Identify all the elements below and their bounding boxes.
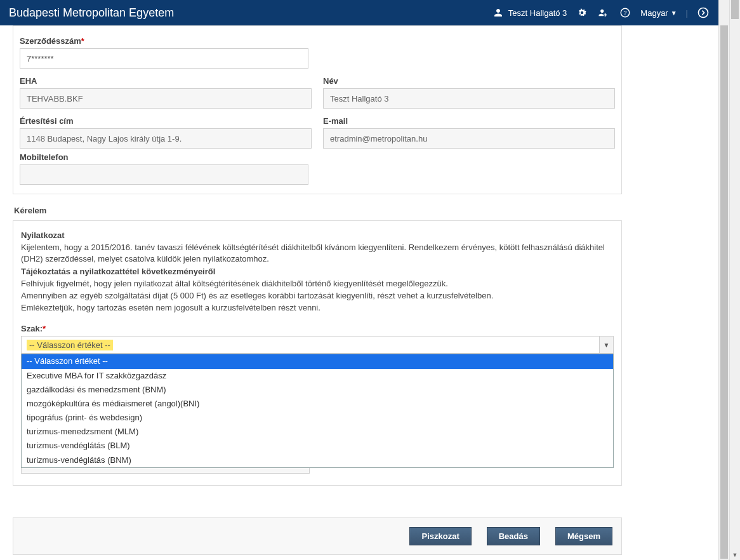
szak-option[interactable]: -- Válasszon értéket -- [22, 354, 613, 368]
switch-user-icon[interactable] [597, 6, 610, 19]
help-icon[interactable]: ? [619, 6, 631, 19]
personal-info-panel: Szerződésszám* EHA TEHVABB.BKF Név Teszt… [13, 25, 622, 194]
szak-option[interactable]: tipográfus (print- és webdesign) [22, 411, 613, 425]
cancel-button[interactable]: Mégsem [555, 527, 612, 545]
chevron-down-icon: ▼ [671, 10, 677, 17]
declaration-heading: Nyilatkozat [21, 230, 614, 241]
submit-button[interactable]: Beadás [487, 527, 540, 545]
info-heading: Tájékoztatás a nyilatkozattétel következ… [21, 266, 614, 277]
scrollbar-thumb[interactable] [720, 25, 728, 559]
szak-option[interactable]: mozgóképkultúra és médiaismeret (angol)(… [22, 397, 613, 411]
info-text-1: Felhívjuk figyelmét, hogy jelen nyilatko… [21, 278, 614, 290]
action-bar: Piszkozat Beadás Mégsem [13, 517, 622, 555]
username-label: Teszt Hallgató 3 [508, 8, 567, 18]
app-header: Budapesti Metropolitan Egyetem Teszt Hal… [0, 0, 718, 25]
user-menu[interactable]: Teszt Hallgató 3 [492, 6, 567, 19]
mobile-value [20, 164, 308, 185]
request-section-title: Kérelem [14, 206, 706, 215]
inner-scrollbar[interactable] [718, 0, 729, 560]
language-select[interactable]: Magyar ▼ [640, 8, 677, 18]
gear-icon[interactable] [576, 6, 588, 19]
szak-selected-value: -- Válasszon értéket -- [27, 340, 113, 350]
info-text-2: Amennyiben az egyéb szolgáltatási díjat … [21, 290, 614, 302]
email-value: etradmin@metropolitan.hu [323, 128, 615, 149]
szak-option[interactable]: turizmus-menedzsment (MLM) [22, 425, 613, 439]
svg-text:?: ? [624, 10, 627, 16]
svg-point-2 [699, 8, 708, 18]
chevron-down-icon: ▼ [599, 337, 613, 353]
logout-icon[interactable] [697, 6, 710, 19]
contract-label: Szerződésszám* [20, 36, 615, 46]
draft-button[interactable]: Piszkozat [409, 527, 471, 545]
user-icon [492, 6, 505, 19]
mobile-label: Mobiltelefon [20, 152, 615, 162]
address-value: 1148 Budapest, Nagy Lajos király útja 1-… [20, 128, 312, 149]
declaration-text: Kijelentem, hogy a 2015/2016. tanév tava… [21, 242, 614, 265]
name-value: Teszt Hallgató 3 [323, 88, 615, 109]
szak-option[interactable]: turizmus-vendéglátás (BNM) [22, 453, 613, 467]
eha-value: TEHVABB.BKF [20, 88, 312, 109]
szak-select[interactable]: -- Válasszon értéket -- ▼ -- Válasszon é… [21, 336, 614, 354]
brand-title: Budapesti Metropolitan Egyetem [9, 6, 492, 20]
info-text-3: Emlékeztetjük, hogy tartozás esetén nem … [21, 302, 614, 314]
szak-option[interactable]: Executive MBA for IT szakközgazdász [22, 369, 613, 383]
scrollbar-thumb[interactable] [731, 0, 739, 19]
contract-input[interactable] [20, 48, 308, 69]
szak-dropdown: -- Válasszon értéket -- Executive MBA fo… [21, 354, 614, 468]
scroll-down-arrow[interactable]: ▼ [730, 549, 740, 560]
address-label: Értesítési cím [20, 116, 312, 126]
eha-label: EHA [20, 76, 312, 86]
name-label: Név [323, 76, 615, 86]
language-label: Magyar [640, 8, 668, 18]
szak-option[interactable]: gazdálkodási és menedzsment (BNM) [22, 383, 613, 397]
request-panel: Nyilatkozat Kijelentem, hogy a 2015/2016… [13, 220, 622, 486]
szak-label: Szak:* [21, 324, 614, 333]
szak-option[interactable]: turizmus-vendéglátás (BLM) [22, 439, 613, 453]
outer-scrollbar[interactable]: ▲ ▼ [729, 0, 740, 560]
email-label: E-mail [323, 116, 615, 126]
